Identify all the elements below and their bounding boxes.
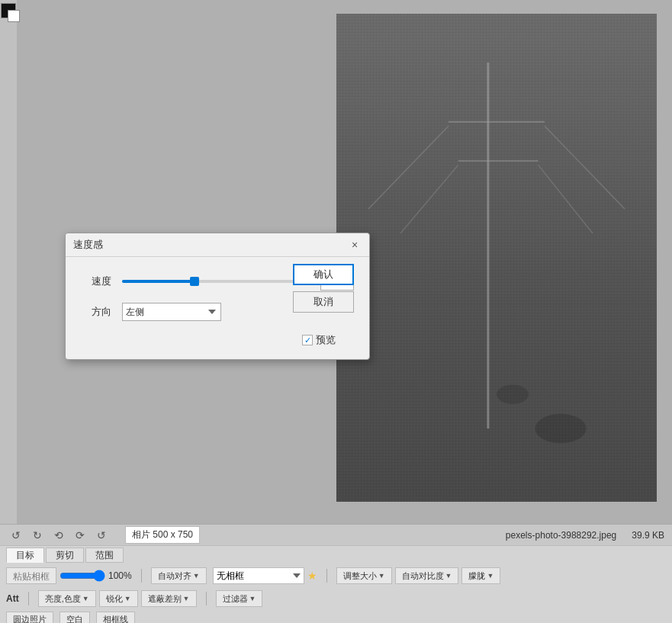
- cancel-button[interactable]: 取消: [293, 291, 354, 313]
- blur-button[interactable]: 朦胧 ▼: [461, 567, 500, 584]
- divider-2: [326, 569, 327, 583]
- auto-align-label: 自动对齐: [158, 570, 191, 582]
- refresh-button[interactable]: ↺: [93, 527, 110, 544]
- sharpen-label: 锐化: [106, 593, 123, 605]
- status-icons: ↺ ↻ ⟲ ⟳ ↺: [8, 527, 110, 544]
- blank-button[interactable]: 空白: [59, 612, 90, 623]
- filter-label: 过滤器: [223, 593, 248, 605]
- tab-target[interactable]: 目标: [6, 548, 44, 563]
- dialog-buttons: 确认 取消: [293, 264, 354, 313]
- left-panel: [0, 0, 17, 524]
- brightness-arrow: ▼: [82, 595, 89, 602]
- mosaic-label: 遮蔽差别: [148, 593, 182, 605]
- direction-select[interactable]: 左侧 右侧 上方 下方: [122, 303, 221, 321]
- auto-contrast-arrow: ▼: [445, 572, 452, 580]
- redo-button[interactable]: ↻: [29, 527, 46, 544]
- sharpen-button[interactable]: 锐化 ▼: [99, 590, 138, 607]
- filename-label: pexels-photo-3988292.jpeg: [506, 530, 616, 541]
- preview-checkbox[interactable]: ✓: [302, 335, 313, 345]
- tab-range[interactable]: 范围: [85, 548, 124, 563]
- auto-align-section: 自动对齐 ▼: [151, 567, 207, 584]
- divider-3: [28, 592, 29, 605]
- undo-button[interactable]: ↺: [8, 527, 24, 544]
- att-label: Att: [6, 593, 19, 604]
- opacity-slider[interactable]: [59, 570, 105, 581]
- direction-label: 方向: [81, 305, 111, 319]
- dialog-close-button[interactable]: ×: [348, 238, 362, 252]
- bottom-last-row: 圆边照片 空白 相框线: [0, 610, 672, 623]
- speed-slider-thumb[interactable]: [190, 277, 199, 286]
- tab-cut[interactable]: 剪切: [46, 548, 84, 563]
- round-photo-button[interactable]: 圆边照片: [6, 612, 53, 623]
- sharpen-arrow: ▼: [124, 595, 131, 602]
- brightness-section: 亮度,色度 ▼ 锐化 ▼ 遮蔽差别 ▼: [38, 590, 197, 607]
- filter-button[interactable]: 过滤器 ▼: [216, 590, 263, 607]
- blur-label: 朦胧: [468, 570, 485, 582]
- toolbar-row-2: Att 亮度,色度 ▼ 锐化 ▼ 遮蔽差别 ▼ 过滤器 ▼: [0, 587, 672, 610]
- brightness-label: 亮度,色度: [45, 593, 81, 605]
- divider-1: [141, 569, 142, 583]
- auto-contrast-label: 自动对比度: [402, 570, 444, 582]
- filter-section: 过滤器 ▼: [216, 590, 263, 607]
- preview-row: ✓ 预览: [81, 333, 354, 347]
- speed-row: 速度 确认 取消: [81, 272, 354, 291]
- speed-slider-track[interactable]: [122, 280, 313, 283]
- dialog-title: 速度感: [73, 238, 103, 252]
- auto-align-button[interactable]: 自动对齐 ▼: [151, 567, 207, 584]
- opacity-value: 100%: [108, 570, 132, 581]
- paste-frame-button[interactable]: 粘贴相框: [6, 567, 56, 584]
- mosaic-button[interactable]: 遮蔽差别 ▼: [141, 590, 197, 607]
- frame-select[interactable]: 无相框: [213, 567, 304, 584]
- toolbar-row-1: 粘贴相框 100% 自动对齐 ▼ 无相框 ★ 调整大小 ▼: [0, 564, 672, 587]
- auto-contrast-button[interactable]: 自动对比度 ▼: [395, 567, 459, 584]
- bottom-bar: ↺ ↻ ⟲ ⟳ ↺ 相片 500 x 750 pexels-photo-3988…: [0, 524, 672, 623]
- dialog-body: 速度 确认 取消 方向 左侧 右侧 上方 下方: [66, 257, 369, 359]
- auto-align-arrow: ▼: [193, 572, 200, 580]
- rotate-right-button[interactable]: ⟳: [72, 527, 88, 544]
- photo-info: 相片 500 x 750: [125, 526, 200, 544]
- adjust-size-arrow: ▼: [378, 572, 385, 580]
- frame-line-button[interactable]: 相框线: [96, 612, 135, 623]
- noise-overlay: [336, 14, 657, 502]
- adjust-size-label: 调整大小: [343, 570, 377, 582]
- adjust-size-section: 调整大小 ▼ 自动对比度 ▼ 朦胧 ▼: [336, 567, 501, 584]
- preview-label-text: 预览: [316, 333, 336, 347]
- blur-arrow: ▼: [487, 572, 494, 580]
- filesize-label: 39.9 KB: [632, 530, 664, 541]
- speed-label: 速度: [81, 275, 111, 288]
- confirm-button[interactable]: 确认: [293, 264, 354, 285]
- rotate-left-button[interactable]: ⟲: [50, 527, 67, 544]
- status-bar: ↺ ↻ ⟲ ⟳ ↺ 相片 500 x 750 pexels-photo-3988…: [0, 525, 672, 546]
- speed-slider-fill: [122, 280, 195, 283]
- preview-checkbox-label[interactable]: ✓ 预览: [302, 333, 336, 347]
- foreground-swatch[interactable]: [1, 3, 16, 18]
- tabs-row: 目标 剪切 范围: [0, 546, 672, 564]
- divider-4: [206, 592, 207, 605]
- adjust-size-button[interactable]: 调整大小 ▼: [336, 567, 392, 584]
- filter-arrow: ▼: [249, 595, 256, 602]
- swatch-section: Att: [6, 593, 19, 604]
- frame-section: 无相框 ★: [213, 567, 317, 584]
- brightness-button[interactable]: 亮度,色度 ▼: [38, 590, 96, 607]
- photo-container: [336, 14, 657, 502]
- star-icon[interactable]: ★: [307, 570, 317, 582]
- speed-blur-dialog: 速度感 × 速度 确认 取消 方向 左侧 右侧: [65, 233, 370, 360]
- paste-frame-section: 粘贴相框 100%: [6, 567, 132, 584]
- mosaic-arrow: ▼: [183, 595, 190, 602]
- dialog-titlebar: 速度感 ×: [66, 233, 369, 257]
- background-swatch[interactable]: [8, 10, 20, 22]
- photo-image: [336, 14, 657, 502]
